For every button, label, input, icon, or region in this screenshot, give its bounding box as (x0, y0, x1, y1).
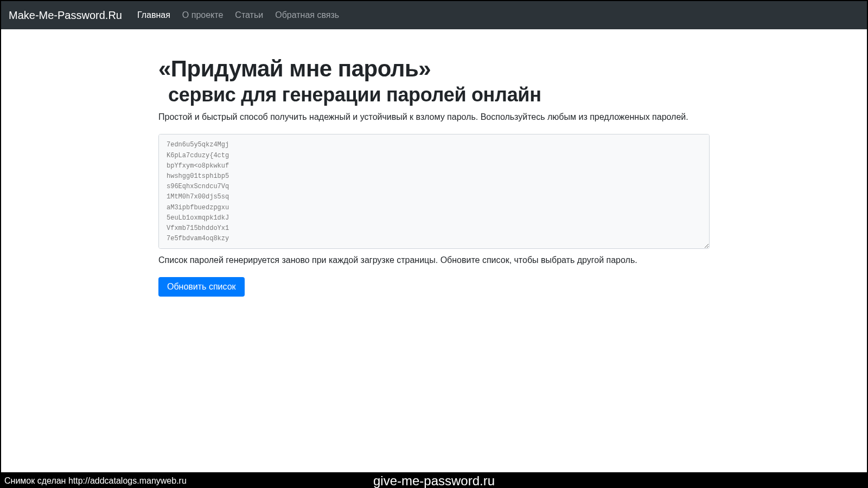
nav-link-articles[interactable]: Статьи (229, 7, 269, 23)
page-title-line2: сервис для генерации паролей онлайн (158, 82, 710, 107)
nav-link-home[interactable]: Главная (132, 7, 176, 23)
nav-link-about[interactable]: О проекте (177, 7, 228, 23)
footer-bar: Снимок сделан http://addcatalogs.manyweb… (0, 473, 868, 488)
nav-link-feedback[interactable]: Обратная связь (270, 7, 344, 23)
help-text: Список паролей генерируется заново при к… (158, 255, 710, 265)
page-title-line1: «Придумай мне пароль» (158, 55, 710, 82)
brand[interactable]: Make-Me-Password.Ru (9, 9, 122, 22)
lead-text: Простой и быстрый способ получить надежн… (158, 112, 710, 122)
password-list-textarea[interactable] (158, 134, 710, 249)
refresh-button[interactable]: Обновить список (158, 277, 245, 297)
footer-credit: Снимок сделан http://addcatalogs.manyweb… (0, 476, 187, 486)
content-area: «Придумай мне пароль» сервис для генерац… (1, 29, 867, 472)
nav-links: Главная О проекте Статьи Обратная связь (132, 7, 344, 23)
footer-domain: give-me-password.ru (373, 473, 495, 489)
navbar: Make-Me-Password.Ru Главная О проекте Ст… (1, 1, 867, 29)
